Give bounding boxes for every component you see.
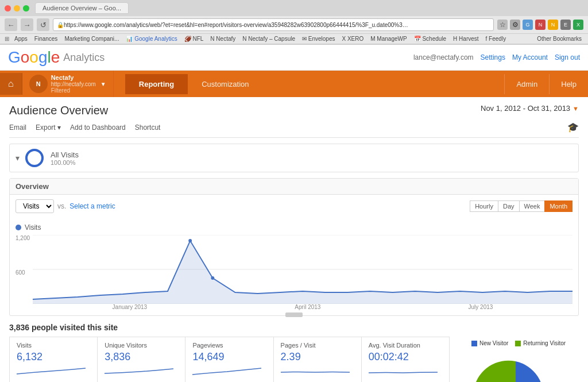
admin-button[interactable]: Admin bbox=[504, 74, 549, 94]
reload-button[interactable]: ↺ bbox=[37, 18, 49, 31]
home-button[interactable]: ⌂ bbox=[0, 73, 22, 95]
date-range-dropdown-icon: ▼ bbox=[572, 105, 579, 112]
bookmark-other[interactable]: Other Bookmarks bbox=[535, 35, 583, 43]
maximize-btn[interactable] bbox=[23, 5, 29, 11]
settings-icon[interactable]: ⚙ bbox=[510, 20, 520, 30]
chart-wrapper: 1,200 600 bbox=[16, 235, 572, 304]
overview-controls: Visits vs. Select a metric Hourly Day We… bbox=[10, 195, 578, 218]
url-bar[interactable]: 🔒 https://www.google.com/analytics/web/?… bbox=[53, 18, 494, 31]
bookmark-nectafy[interactable]: N Nectafy bbox=[208, 35, 237, 43]
time-btn-week[interactable]: Week bbox=[519, 200, 546, 212]
bookmark-xero[interactable]: X XERO bbox=[340, 35, 365, 43]
chart-point-1 bbox=[211, 276, 214, 280]
sparkline-pageviews bbox=[192, 365, 261, 377]
browser-tab[interactable]: Audience Overview – Goo... bbox=[35, 2, 129, 14]
browser-chrome: Audience Overview – Goo... ← → ↺ 🔒 https… bbox=[0, 0, 588, 45]
extension-icon-3[interactable]: N bbox=[548, 20, 558, 30]
sign-out-link[interactable]: Sign out bbox=[555, 53, 580, 61]
google-logo: Google bbox=[8, 48, 60, 67]
time-btn-month[interactable]: Month bbox=[544, 200, 572, 212]
my-account-link[interactable]: My Account bbox=[512, 53, 548, 61]
all-visits-section: ▾ All Visits 100.00% bbox=[9, 144, 579, 172]
pie-slice-returning bbox=[473, 361, 516, 382]
filter-icon: 🎓 bbox=[567, 122, 579, 132]
extension-icon-5[interactable]: X bbox=[573, 20, 583, 30]
x-label-apr: April 2013 bbox=[295, 304, 320, 310]
metric-selector: Visits vs. Select a metric bbox=[16, 199, 115, 213]
stat-label-ppv: Pages / Visit bbox=[281, 342, 354, 349]
svg-point-1 bbox=[26, 150, 42, 166]
home-icon: ⌂ bbox=[8, 79, 14, 88]
pie-legend-returning-dot bbox=[515, 341, 521, 346]
star-icon[interactable]: ☆ bbox=[497, 20, 508, 30]
stat-value-pageviews: 14,649 bbox=[192, 351, 266, 363]
ga-logo: Google Analytics bbox=[8, 48, 105, 67]
nav-tab-reporting[interactable]: Reporting bbox=[125, 74, 188, 94]
chart-legend-label: Visits bbox=[25, 223, 41, 231]
ga-nav-tabs: Reporting Customization bbox=[125, 74, 263, 94]
stat-label-unique: Unique Visitors bbox=[105, 342, 178, 349]
nav-tab-customization[interactable]: Customization bbox=[188, 74, 262, 94]
apps-icon[interactable]: ⊞ bbox=[5, 36, 9, 42]
close-btn[interactable] bbox=[5, 5, 11, 11]
extension-icon-2[interactable]: N bbox=[535, 20, 546, 30]
pie-legend-new: New Visitor bbox=[471, 340, 508, 346]
stat-value-visits: 6,132 bbox=[17, 351, 90, 363]
stats-headline: 3,836 people visited this site bbox=[9, 323, 579, 332]
chart-legend: Visits bbox=[16, 223, 572, 231]
analytics-text: Analytics bbox=[63, 52, 105, 64]
property-selector[interactable]: N Nectafy http://nectafy.com Filtered ▼ bbox=[22, 71, 114, 97]
stats-container: 3,836 people visited this site Visits 6,… bbox=[9, 323, 579, 382]
sparkline-unique bbox=[105, 365, 173, 377]
help-button[interactable]: Help bbox=[549, 74, 588, 94]
settings-link[interactable]: Settings bbox=[481, 53, 505, 61]
all-visits-info: All Visits 100.00% bbox=[51, 151, 79, 166]
chart-scroll-handle[interactable] bbox=[16, 312, 572, 317]
ga-nav-left: ⌂ N Nectafy http://nectafy.com Filtered … bbox=[0, 71, 263, 97]
email-button[interactable]: Email bbox=[9, 124, 26, 132]
back-button[interactable]: ← bbox=[5, 18, 17, 31]
bookmark-schedule[interactable]: 📅 Schedule bbox=[412, 35, 448, 43]
date-range-selector[interactable]: Nov 1, 2012 - Oct 31, 2013 ▼ bbox=[481, 104, 579, 113]
shortcut-button[interactable]: Shortcut bbox=[135, 124, 161, 132]
toolbar: Email Export ▾ Add to Dashboard Shortcut… bbox=[9, 122, 579, 138]
metric-dropdown[interactable]: Visits bbox=[16, 199, 54, 213]
extension-icon-1[interactable]: G bbox=[523, 20, 533, 30]
add-to-dashboard-button[interactable]: Add to Dashboard bbox=[70, 124, 126, 132]
select-metric-link[interactable]: Select a metric bbox=[69, 202, 115, 210]
stats-and-pie: Visits 6,132 Unique Visitors 3,836 bbox=[9, 337, 579, 382]
export-button[interactable]: Export ▾ bbox=[36, 124, 61, 132]
bookmark-feedly[interactable]: f Feedly bbox=[484, 35, 508, 43]
url-lock-icon: 🔒 bbox=[57, 22, 64, 28]
pie-chart-section: New Visitor Returning Visitor bbox=[458, 337, 579, 382]
stats-grid-row1: Visits 6,132 Unique Visitors 3,836 bbox=[9, 337, 449, 382]
time-btn-day[interactable]: Day bbox=[498, 200, 520, 212]
chart-legend-dot bbox=[16, 225, 21, 230]
ga-header-right: lance@nectafy.com Settings My Account Si… bbox=[413, 53, 580, 61]
extension-icon-4[interactable]: E bbox=[560, 20, 571, 30]
stat-value-ppv: 2.39 bbox=[281, 351, 354, 363]
stat-value-duration: 00:02:42 bbox=[369, 351, 442, 363]
bookmark-envelopes[interactable]: ✉ Envelopes bbox=[300, 35, 336, 43]
bookmark-managewp[interactable]: M ManageWP bbox=[369, 35, 408, 43]
stat-label-visits: Visits bbox=[17, 342, 90, 349]
user-email: lance@nectafy.com bbox=[413, 53, 474, 61]
forward-button[interactable]: → bbox=[21, 18, 33, 31]
bookmark-harvest[interactable]: H Harvest bbox=[451, 35, 480, 43]
bookmark-marketing[interactable]: Marketing Compani... bbox=[63, 35, 121, 43]
page-title: Audience Overview bbox=[9, 104, 108, 117]
bookmark-nfl[interactable]: 🏈 NFL bbox=[183, 35, 206, 43]
title-bar: Audience Overview – Goo... bbox=[0, 0, 588, 16]
minimize-btn[interactable] bbox=[14, 5, 20, 11]
bookmark-apps[interactable]: Apps bbox=[13, 35, 29, 43]
x-label-jul: July 2013 bbox=[469, 304, 493, 310]
bookmark-nectafy-capsule[interactable]: N Nectafy – Capsule bbox=[241, 35, 297, 43]
property-info: Nectafy http://nectafy.com Filtered bbox=[51, 74, 96, 94]
all-visits-donut-chart bbox=[24, 148, 45, 168]
all-visits-toggle[interactable]: ▾ bbox=[16, 153, 20, 163]
property-dropdown-arrow: ▼ bbox=[100, 81, 106, 87]
chart-peak-point bbox=[188, 239, 192, 242]
bookmark-ga[interactable]: 📊 Google Analytics bbox=[124, 35, 179, 43]
time-btn-hourly[interactable]: Hourly bbox=[470, 200, 498, 212]
bookmark-finances[interactable]: Finances bbox=[33, 35, 60, 43]
